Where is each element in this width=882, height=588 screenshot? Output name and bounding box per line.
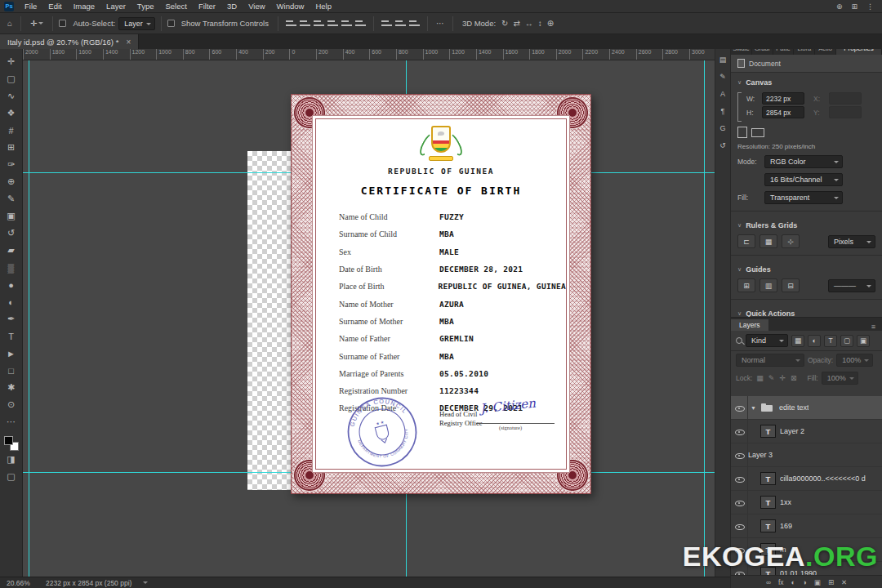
horizontal-ruler[interactable]: 2000 1800 1600 1400 1200 1000 800 600 40… xyxy=(23,49,715,60)
filter-type-icon[interactable]: T xyxy=(824,335,837,347)
menu-item[interactable]: View xyxy=(243,0,270,13)
menu-item[interactable]: Select xyxy=(159,0,192,13)
layer-name[interactable]: 169 xyxy=(780,522,792,530)
menu-item[interactable]: 3D xyxy=(221,0,243,13)
grid-toggle-icon[interactable]: ▦ xyxy=(760,234,777,248)
group-expand-icon[interactable]: ▼ xyxy=(751,405,756,411)
layer-name[interactable]: Layer 2 xyxy=(780,427,804,435)
eye-icon[interactable] xyxy=(734,474,744,483)
menu-item[interactable]: Layer xyxy=(100,0,131,13)
marquee-tool[interactable]: ▢ xyxy=(2,70,20,87)
3d-scale-icon[interactable]: ⊕ xyxy=(547,19,554,28)
more-icon[interactable]: ⋮ xyxy=(866,2,874,11)
visibility-cell[interactable] xyxy=(731,491,748,514)
path-selection-tool[interactable]: ► xyxy=(2,345,20,362)
zoom-tool[interactable]: ⊙ xyxy=(2,396,20,413)
quick-selection-tool[interactable]: ❖ xyxy=(2,105,20,122)
lock-pixels-icon[interactable]: ✎ xyxy=(768,374,775,382)
quick-mask-icon[interactable]: ◨ xyxy=(2,451,20,468)
birth-certificate-document[interactable]: REPUBLIC OF GUINEA CERTIFICATE OF BIRTH … xyxy=(291,94,591,494)
filter-smart-icon[interactable]: ▣ xyxy=(857,335,870,347)
link-dimensions-icon[interactable] xyxy=(737,92,742,122)
move-tool[interactable]: ✛ xyxy=(2,53,20,70)
link-layers-icon[interactable]: ∞ xyxy=(766,578,771,586)
layer-name[interactable]: edite text xyxy=(779,403,809,412)
lasso-tool[interactable]: ∿ xyxy=(2,87,20,105)
visibility-cell[interactable] xyxy=(731,443,748,466)
filter-pixel-icon[interactable]: ▦ xyxy=(791,335,804,347)
guides-section-header[interactable]: ∨ Guides xyxy=(731,260,882,276)
menu-item[interactable]: Type xyxy=(131,0,160,13)
menu-item[interactable]: Filter xyxy=(193,0,221,13)
canvas-fill-dropdown[interactable]: Transparent xyxy=(764,191,843,204)
landscape-orientation-icon[interactable] xyxy=(751,128,764,137)
eye-icon[interactable] xyxy=(734,450,744,460)
layer-name[interactable]: cilla9000000..<<<<<<<0 d xyxy=(780,474,866,483)
history-panel-icon[interactable]: ↺ xyxy=(719,141,726,149)
crop-tool[interactable]: # xyxy=(2,122,20,139)
menu-item[interactable]: File xyxy=(19,0,42,13)
clone-stamp-tool[interactable]: ▣ xyxy=(2,207,20,225)
zoom-level-field[interactable]: 20.66% xyxy=(7,579,34,587)
distribute-spacing-icon[interactable] xyxy=(409,19,420,29)
layer-thumbnail[interactable] xyxy=(760,401,775,414)
delete-layer-icon[interactable]: ✕ xyxy=(841,578,847,586)
eye-icon[interactable] xyxy=(734,521,744,531)
clear-guides-icon[interactable]: ⊟ xyxy=(782,278,800,292)
dodge-tool[interactable]: ◐ xyxy=(2,293,20,310)
current-tool-icon[interactable]: ✛ xyxy=(30,19,43,28)
height-field[interactable]: 2854 px xyxy=(762,106,804,118)
layer-thumbnail[interactable]: T xyxy=(760,425,776,438)
vertical-guide[interactable] xyxy=(29,60,29,577)
layers-tab[interactable]: Layers xyxy=(731,319,768,331)
edit-toolbar-icon[interactable]: ⋯ xyxy=(2,413,20,430)
opacity-field[interactable]: 100% xyxy=(836,354,873,367)
layer-filter-kind-dropdown[interactable]: Kind xyxy=(746,334,788,347)
rulers-grids-section-header[interactable]: ∨ Rulers & Grids xyxy=(731,216,882,232)
vertical-guide[interactable] xyxy=(704,60,705,577)
glyphs-panel-icon[interactable]: G xyxy=(719,124,725,132)
auto-select-dropdown[interactable]: Layer xyxy=(118,17,155,30)
menu-item[interactable]: Edit xyxy=(42,0,67,13)
new-group-icon[interactable]: ▣ xyxy=(814,578,821,586)
visibility-cell[interactable] xyxy=(731,514,748,537)
layer-row[interactable]: T 169 xyxy=(731,514,882,538)
more-options-icon[interactable]: ⋯ xyxy=(436,19,444,28)
ruler-toggle-icon[interactable]: ⊏ xyxy=(737,234,755,248)
align-center-h-icon[interactable] xyxy=(300,19,310,29)
screen-mode-icon[interactable]: ▢ xyxy=(2,468,20,485)
menu-item[interactable]: Image xyxy=(68,0,100,13)
visibility-cell[interactable] xyxy=(731,396,748,419)
canvas-viewport[interactable]: REPUBLIC OF GUINEA CERTIFICATE OF BIRTH … xyxy=(23,60,715,577)
filter-shape-icon[interactable]: ▢ xyxy=(840,335,853,347)
auto-select-checkbox[interactable] xyxy=(59,20,66,27)
color-mode-dropdown[interactable]: RGB Color xyxy=(764,155,843,168)
layer-fill-field[interactable]: 100% xyxy=(822,372,858,385)
status-options-icon[interactable] xyxy=(143,581,148,586)
brushes-panel-icon[interactable]: ✎ xyxy=(719,73,726,81)
units-dropdown[interactable]: Pixels xyxy=(828,235,875,248)
home-icon[interactable]: ⌂ xyxy=(7,19,12,28)
close-tab-icon[interactable]: × xyxy=(126,38,131,47)
canvas-section-header[interactable]: ∨ Canvas xyxy=(731,73,882,89)
adjustment-layer-icon[interactable]: ◑ xyxy=(803,578,807,586)
guide-layout-icon[interactable]: ▥ xyxy=(760,278,777,292)
eye-icon[interactable] xyxy=(734,497,744,507)
menu-item[interactable]: Help xyxy=(310,0,337,13)
lock-position-icon[interactable]: ✛ xyxy=(779,374,786,382)
align-center-v-icon[interactable] xyxy=(341,19,352,29)
paragraph-panel-icon[interactable]: ¶ xyxy=(721,107,725,115)
document-tab[interactable]: Italy id.psd @ 20.7% (RGB/16) * × xyxy=(0,34,139,49)
layer-effects-icon[interactable]: fx xyxy=(778,578,784,586)
blend-mode-dropdown[interactable]: Normal xyxy=(736,354,804,367)
new-layer-icon[interactable]: ⊞ xyxy=(828,578,834,586)
show-transform-checkbox[interactable] xyxy=(167,20,175,27)
foreground-color-swatch[interactable] xyxy=(4,436,13,445)
hand-tool[interactable]: ✱ xyxy=(2,379,20,396)
gradient-tool[interactable]: ▒ xyxy=(2,259,20,276)
align-top-icon[interactable] xyxy=(327,19,338,29)
frame-tool[interactable]: ⊞ xyxy=(2,139,20,156)
layer-row[interactable]: T 1xx xyxy=(731,491,882,514)
shape-tool[interactable]: □ xyxy=(2,362,20,379)
layer-row[interactable]: T cilla9000000..<<<<<<<0 d xyxy=(731,467,882,491)
